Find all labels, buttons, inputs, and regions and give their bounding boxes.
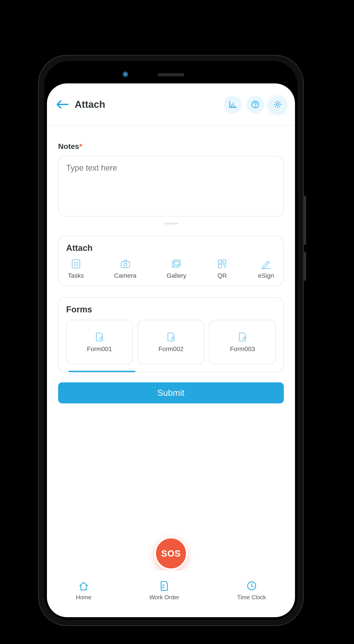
header-chart-button[interactable]: [224, 96, 241, 113]
notes-input[interactable]: [58, 156, 284, 216]
phone-side-button: [303, 252, 306, 281]
drag-handle[interactable]: [164, 223, 178, 224]
header-left: Attach: [56, 99, 105, 110]
attach-esign-label: eSign: [258, 272, 274, 279]
nav-workorder[interactable]: Work Order: [149, 580, 179, 601]
form-tile-3-label: Form003: [230, 346, 255, 353]
svg-rect-9: [218, 260, 222, 263]
attach-qr-label: QR: [217, 272, 227, 279]
qr-icon: [217, 258, 228, 270]
submit-button[interactable]: Submit: [58, 382, 284, 404]
form-tile-1-label: Form001: [87, 346, 112, 353]
arrow-left-icon: [56, 100, 68, 109]
phone-side-button: [303, 196, 306, 245]
forms-scroll-indicator: [68, 371, 135, 372]
camera-icon: [120, 258, 131, 270]
app-header: Attach: [47, 84, 295, 123]
nav-timeclock-label: Time Clock: [237, 594, 266, 601]
form-icon: [166, 332, 176, 342]
sos-button[interactable]: SOS: [154, 537, 188, 570]
help-icon: [251, 100, 260, 109]
phone-camera-dot: [122, 71, 128, 77]
clock-icon: [246, 580, 258, 592]
gear-icon: [273, 100, 282, 109]
bottom-nav: Home Work Order: [47, 570, 295, 617]
attach-qr[interactable]: QR: [217, 258, 228, 279]
nav-timeclock[interactable]: Time Clock: [237, 580, 266, 601]
form-tile-1[interactable]: Form001: [66, 320, 133, 364]
header-help-button[interactable]: [247, 96, 264, 113]
form-tile-3[interactable]: Form003: [209, 320, 276, 364]
pen-icon: [260, 258, 272, 270]
attach-gallery-label: Gallery: [166, 272, 186, 279]
svg-point-1: [255, 106, 256, 107]
nav-home[interactable]: Home: [76, 580, 91, 601]
forms-row: Form001 Form002: [66, 320, 276, 371]
bar-chart-icon: [228, 100, 237, 109]
attach-esign[interactable]: eSign: [258, 258, 274, 279]
phone-bezel: Attach: [44, 61, 298, 620]
form-icon: [94, 332, 105, 342]
svg-rect-11: [218, 264, 222, 268]
attach-camera[interactable]: Camera: [114, 258, 137, 279]
notes-label-text: Notes: [58, 142, 79, 150]
workorder-icon: [158, 580, 170, 592]
notes-label: Notes*: [58, 142, 284, 151]
home-icon: [78, 580, 89, 592]
nav-workorder-label: Work Order: [149, 594, 179, 601]
attach-camera-label: Camera: [114, 272, 137, 279]
attach-gallery[interactable]: Gallery: [166, 258, 186, 279]
svg-point-2: [277, 103, 279, 106]
tasks-icon: [70, 258, 82, 270]
header-actions: [224, 96, 286, 113]
forms-title: Forms: [66, 305, 276, 314]
required-mark: *: [79, 142, 82, 150]
nav-home-label: Home: [76, 594, 91, 601]
svg-rect-4: [121, 262, 130, 268]
gallery-icon: [171, 258, 182, 270]
header-settings-button[interactable]: [269, 96, 286, 113]
form-tile-2[interactable]: Form002: [138, 320, 204, 364]
svg-point-5: [124, 263, 127, 266]
forms-card: Forms Form001: [58, 297, 284, 372]
phone-frame: Attach: [38, 55, 304, 626]
phone-speaker: [158, 73, 184, 76]
attach-card: Attach Tasks: [58, 236, 284, 286]
attach-title: Attach: [66, 243, 276, 253]
back-button[interactable]: [56, 100, 68, 109]
form-tile-2-label: Form002: [158, 346, 183, 353]
page-title: Attach: [75, 99, 105, 110]
app-screen: Attach: [47, 84, 295, 617]
attach-row: Tasks Camera: [66, 258, 276, 279]
form-icon: [237, 332, 248, 342]
attach-tasks-label: Tasks: [68, 272, 84, 279]
attach-tasks[interactable]: Tasks: [68, 258, 84, 279]
svg-rect-10: [223, 260, 226, 263]
